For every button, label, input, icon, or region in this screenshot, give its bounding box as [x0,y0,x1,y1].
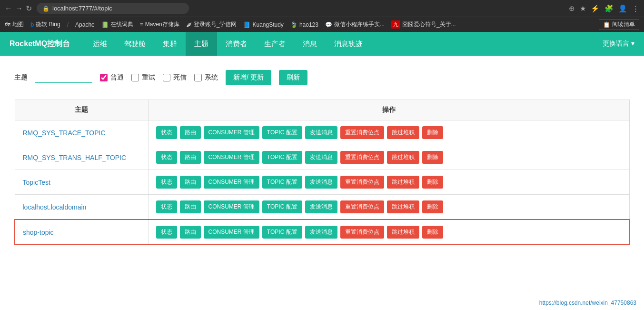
bookmark-kuangstudy[interactable]: 📘 KuangStudy [243,21,283,28]
action-btn-重置消费位点[interactable]: 重置消费位点 [340,226,384,239]
nav-item-ops[interactable]: 运维 [84,32,116,56]
action-btn-状态[interactable]: 状态 [156,176,177,189]
puzzle-icon[interactable]: 🧩 [604,4,614,13]
nav-item-consumer[interactable]: 消费者 [217,32,256,56]
checkbox-dlq[interactable]: 死信 [163,73,187,82]
nav-item-cluster[interactable]: 集群 [154,32,186,56]
bookmark-jiong-label: 囧囧爱心符号_关于... [402,20,456,29]
action-btn-consumer-管理[interactable]: CONSUMER 管理 [204,176,259,189]
action-btn-重置消费位点[interactable]: 重置消费位点 [340,126,384,139]
back-button[interactable]: ← [5,5,12,12]
action-btn-发送消息[interactable]: 发送消息 [305,151,337,164]
reading-mode-btn[interactable]: 📋 阅读清单 [599,19,639,30]
bookmark-jiong[interactable]: 九 囧囧爱心符号_关于... [391,20,456,29]
table-row: TopicTest状态路由CONSUMER 管理TOPIC 配置发送消息重置消费… [15,170,629,195]
action-btn-topic-配置[interactable]: TOPIC 配置 [262,151,302,164]
action-btn-consumer-管理[interactable]: CONSUMER 管理 [204,151,259,164]
checkbox-normal-input[interactable] [100,74,108,81]
action-btn-跳过堆积[interactable]: 跳过堆积 [387,200,419,213]
nav-item-message-trace[interactable]: 消息轨迹 [326,32,371,56]
url-text: localhost:7777/#/topic [52,5,112,12]
bookmark-icon[interactable]: ★ [580,4,586,13]
bookmark-apache[interactable]: Apache [75,21,95,28]
checkbox-retry[interactable]: 重试 [131,73,155,82]
refresh-button[interactable]: 刷新 [279,70,307,85]
action-btn-删除[interactable]: 删除 [422,226,443,239]
action-btn-跳过堆积[interactable]: 跳过堆积 [387,226,419,239]
action-btn-状态[interactable]: 状态 [156,126,177,139]
action-btn-发送消息[interactable]: 发送消息 [305,126,337,139]
table-row: RMQ_SYS_TRACE_TOPIC状态路由CONSUMER 管理TOPIC … [15,120,629,145]
account-icon[interactable]: 👤 [618,4,627,13]
bookmark-map[interactable]: 🗺 地图 [5,20,24,29]
address-bar[interactable]: 🔒 localhost:7777/#/topic [37,3,189,14]
topic-link[interactable]: shop-topic [23,229,54,236]
menu-icon[interactable]: ⋮ [632,4,639,13]
bookmark-bing-label: 微软 Bing [36,20,60,29]
app-nav: RocketMQ控制台 运维 驾驶舱 集群 主题 消费者 生产者 消息 消息轨迹… [0,32,644,56]
checkbox-normal[interactable]: 普通 [100,73,124,82]
cast-icon[interactable]: ⊕ [569,4,575,13]
action-btn-跳过堆积[interactable]: 跳过堆积 [387,151,419,164]
bookmark-dict-label: 在线词典 [110,20,133,29]
bookmark-hao123[interactable]: 🍃 hao123 [290,21,318,28]
action-btn-发送消息[interactable]: 发送消息 [305,176,337,189]
action-btn-状态[interactable]: 状态 [156,226,177,239]
action-btn-路由[interactable]: 路由 [180,126,201,139]
refresh-button[interactable]: ↻ [26,5,32,12]
lang-button[interactable]: 更换语言 ▾ [603,40,634,48]
nav-item-message[interactable]: 消息 [294,32,326,56]
checkbox-system-input[interactable] [194,74,202,81]
nav-menu: 运维 驾驶舱 集群 主题 消费者 生产者 消息 消息轨迹 [84,32,603,56]
topic-search-input[interactable] [35,73,92,83]
action-btn-发送消息[interactable]: 发送消息 [305,226,337,239]
checkbox-system[interactable]: 系统 [194,73,218,82]
action-btn-topic-配置[interactable]: TOPIC 配置 [262,226,302,239]
actions-cell: 状态路由CONSUMER 管理TOPIC 配置发送消息重置消费位点跳过堆积删除 [156,226,622,239]
add-update-button[interactable]: 新增/ 更新 [226,70,271,85]
action-btn-重置消费位点[interactable]: 重置消费位点 [340,151,384,164]
topic-link[interactable]: RMQ_SYS_TRANS_HALF_TOPIC [23,154,127,161]
bookmark-bing[interactable]: b 微软 Bing [30,20,60,29]
nav-item-topic[interactable]: 主题 [186,32,217,56]
action-btn-consumer-管理[interactable]: CONSUMER 管理 [204,200,259,213]
action-btn-consumer-管理[interactable]: CONSUMER 管理 [204,226,259,239]
action-btn-跳过堆积[interactable]: 跳过堆积 [387,176,419,189]
bookmark-maven[interactable]: ≡ Maven存储库 [140,20,179,29]
action-btn-删除[interactable]: 删除 [422,151,443,164]
action-btn-consumer-管理[interactable]: CONSUMER 管理 [204,126,259,139]
bookmark-wechat-label: 微信小程序练手实... [334,20,385,29]
action-btn-topic-配置[interactable]: TOPIC 配置 [262,176,302,189]
action-btn-路由[interactable]: 路由 [180,226,201,239]
nav-item-producer[interactable]: 生产者 [256,32,294,56]
action-btn-删除[interactable]: 删除 [422,176,443,189]
action-btn-状态[interactable]: 状态 [156,151,177,164]
action-btn-删除[interactable]: 删除 [422,200,443,213]
lock-icon: 🔒 [42,5,50,12]
action-btn-重置消费位点[interactable]: 重置消费位点 [340,176,384,189]
action-btn-路由[interactable]: 路由 [180,151,201,164]
footer-url: https://blog.csdn.net/weixin_47750863 [539,300,636,306]
action-btn-状态[interactable]: 状态 [156,200,177,213]
nav-item-dashboard[interactable]: 驾驶舱 [116,32,154,56]
checkbox-dlq-input[interactable] [163,74,170,81]
action-btn-路由[interactable]: 路由 [180,176,201,189]
bookmark-apache-label: Apache [75,21,95,28]
actions-cell: 状态路由CONSUMER 管理TOPIC 配置发送消息重置消费位点跳过堆积删除 [156,126,622,139]
topic-link[interactable]: TopicTest [23,179,50,186]
action-btn-topic-配置[interactable]: TOPIC 配置 [262,200,302,213]
action-btn-发送消息[interactable]: 发送消息 [305,200,337,213]
bookmark-wechat[interactable]: 💬 微信小程序练手实... [325,20,385,29]
bookmark-xuexin[interactable]: 🌶 登录账号_学信网 [186,20,237,29]
topic-link[interactable]: RMQ_SYS_TRACE_TOPIC [23,129,106,137]
action-btn-topic-配置[interactable]: TOPIC 配置 [262,126,302,139]
topic-link[interactable]: localhost.localdomain [23,203,87,211]
action-btn-删除[interactable]: 删除 [422,126,443,139]
forward-button[interactable]: → [15,5,23,12]
bookmark-dict[interactable]: 📗 在线词典 [101,20,133,29]
extension-icon[interactable]: ⚡ [591,4,600,13]
checkbox-retry-input[interactable] [131,74,139,81]
action-btn-重置消费位点[interactable]: 重置消费位点 [340,200,384,213]
action-btn-跳过堆积[interactable]: 跳过堆积 [387,126,419,139]
action-btn-路由[interactable]: 路由 [180,200,201,213]
